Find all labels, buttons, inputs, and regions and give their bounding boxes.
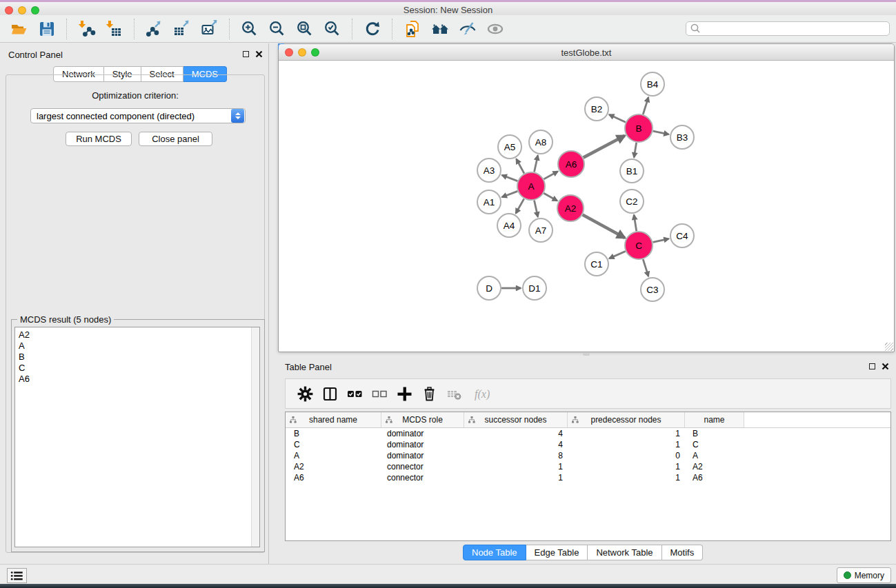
network-window-titlebar[interactable]: testGlobe.txt [279, 44, 894, 61]
zoom-out-button[interactable] [267, 19, 288, 39]
network-node-B2[interactable]: B2 [585, 97, 608, 121]
table-cell: dominator [381, 429, 464, 438]
network-node-B3[interactable]: B3 [670, 125, 694, 149]
network-node-A[interactable]: A [517, 172, 545, 200]
tab-network-table[interactable]: Network Table [588, 545, 661, 560]
zoom-in-button[interactable] [239, 19, 260, 39]
network-node-C4[interactable]: C4 [670, 224, 694, 247]
add-column-button[interactable] [394, 384, 415, 403]
network-edge-C-C2 [634, 215, 637, 231]
network-node-A3[interactable]: A3 [477, 159, 501, 182]
tab-edge-table[interactable]: Edge Table [526, 545, 588, 560]
splitter-handle[interactable] [583, 353, 590, 356]
network-node-A2[interactable]: A2 [557, 195, 584, 221]
export-image-button[interactable] [199, 19, 220, 39]
desktop-background [0, 584, 896, 588]
column-header-MCDS-role[interactable]: MCDS role [381, 412, 464, 427]
tab-node-table[interactable]: Node Table [463, 545, 526, 560]
network-node-A4[interactable]: A4 [497, 214, 521, 237]
scrollbar-track[interactable] [251, 327, 259, 547]
network-canvas[interactable]: ABCA6A2A5A8A3A1A4A7B1B2B3B4C1C2C3C4DD1 [279, 61, 894, 352]
main-toolbar [0, 15, 896, 43]
network-node-B1[interactable]: B1 [620, 159, 644, 183]
svg-text:C1: C1 [590, 259, 602, 270]
import-table-button[interactable] [104, 19, 125, 39]
show-visual-details-button[interactable] [485, 19, 506, 39]
table-row[interactable]: Adominator80A [286, 450, 890, 461]
network-node-C[interactable]: C [625, 232, 653, 259]
clone-network-button[interactable] [402, 19, 423, 39]
save-button[interactable] [37, 19, 57, 39]
mcds-result-item[interactable]: B [19, 352, 259, 363]
open-folder-button[interactable] [9, 19, 30, 39]
float-panel-icon[interactable] [243, 51, 249, 57]
home-button[interactable] [430, 19, 450, 39]
mcds-result-item[interactable]: A2 [19, 330, 259, 341]
tab-motifs[interactable]: Motifs [662, 545, 704, 560]
function-builder-icon: f(x) [474, 386, 490, 402]
split-pane-button[interactable] [319, 384, 340, 403]
table-panel: Table Panel f(x) shared nameMCDS rolesuc… [275, 357, 896, 564]
task-history-button[interactable] [7, 568, 27, 583]
table-row[interactable]: A6connector11A6 [286, 472, 890, 483]
status-bar: Memory [0, 564, 896, 584]
mcds-result-item[interactable]: A [19, 341, 259, 352]
network-title: testGlobe.txt [279, 48, 894, 58]
zoom-fit-button[interactable] [295, 19, 315, 39]
table-row[interactable]: Bdominator41B [286, 428, 890, 439]
run-mcds-button[interactable]: Run MCDS [66, 132, 132, 146]
export-network-button[interactable] [144, 19, 165, 39]
svg-text:A1: A1 [484, 197, 495, 207]
network-node-D[interactable]: D [477, 276, 501, 300]
import-table-icon [106, 20, 123, 38]
open-folder-icon [10, 20, 28, 38]
float-panel-icon[interactable] [869, 363, 875, 369]
deselect-all-button[interactable] [369, 384, 390, 403]
network-node-A7[interactable]: A7 [529, 219, 552, 242]
optimization-criterion-select[interactable]: largest connected component (directed) [30, 108, 246, 123]
network-node-C2[interactable]: C2 [620, 190, 644, 213]
close-panel-button[interactable]: Close panel [139, 132, 212, 146]
column-header-successor-nodes[interactable]: successor nodes [464, 412, 568, 427]
column-header-predecessor-nodes[interactable]: predecessor nodes [568, 412, 685, 427]
table-row[interactable]: Cdominator41C [286, 439, 890, 450]
refresh-button[interactable] [362, 19, 383, 39]
column-header-name[interactable]: name [685, 412, 744, 427]
network-node-C3[interactable]: C3 [641, 278, 664, 301]
close-panel-icon[interactable] [255, 50, 263, 58]
zoom-selected-button[interactable] [322, 19, 343, 39]
svg-text:A4: A4 [504, 221, 515, 231]
network-node-B4[interactable]: B4 [641, 72, 664, 96]
network-node-A6[interactable]: A6 [558, 151, 584, 177]
table-cell: A2 [685, 462, 744, 472]
table-cell: dominator [381, 451, 464, 460]
close-panel-icon[interactable] [882, 363, 889, 370]
hide-visual-details-button[interactable] [457, 19, 478, 39]
table-row[interactable]: A2connector11A2 [286, 461, 890, 472]
search-input[interactable] [701, 23, 889, 34]
column-header-shared-name[interactable]: shared name [286, 412, 381, 427]
home-icon [431, 20, 449, 38]
network-node-D1[interactable]: D1 [523, 276, 546, 300]
network-node-B[interactable]: B [625, 114, 653, 142]
network-node-A1[interactable]: A1 [477, 190, 501, 214]
export-table-button[interactable] [172, 19, 192, 39]
node-table: shared nameMCDS rolesuccessor nodesprede… [285, 412, 891, 541]
memory-button[interactable]: Memory [837, 567, 891, 583]
network-node-A5[interactable]: A5 [498, 135, 521, 159]
delete-column-button[interactable] [419, 384, 439, 403]
table-cell: 1 [464, 473, 568, 483]
control-panel: Control Panel NetworkStyleSelectMCDS Opt… [0, 43, 269, 564]
delete-table-icon [446, 386, 462, 402]
network-node-C1[interactable]: C1 [585, 252, 608, 276]
network-edge-B-B3 [653, 131, 669, 134]
select-all-button[interactable] [344, 384, 365, 403]
table-cell: C [685, 440, 744, 449]
network-node-A8[interactable]: A8 [529, 130, 552, 154]
resize-grip[interactable] [885, 343, 893, 351]
import-network-button[interactable] [77, 19, 97, 39]
mcds-result-item[interactable]: A6 [19, 374, 259, 385]
mcds-result-item[interactable]: C [19, 363, 259, 374]
toolbar-separator [229, 19, 230, 39]
gear-button[interactable] [295, 384, 315, 403]
